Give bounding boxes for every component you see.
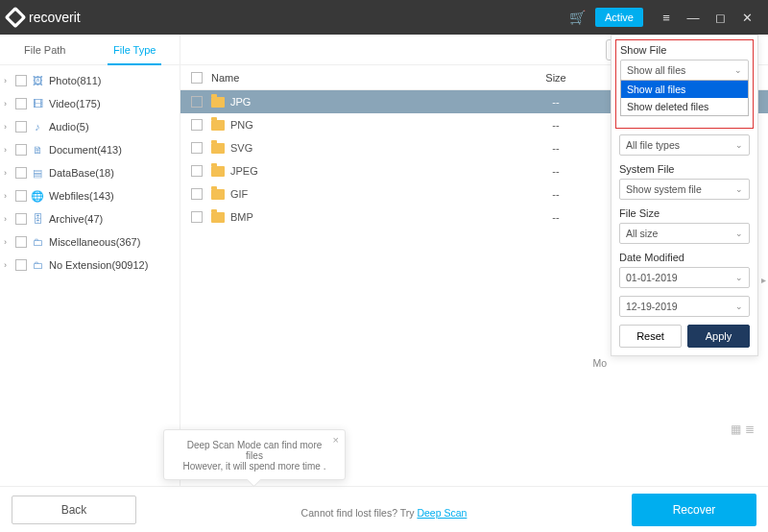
category-label: Webfiles(143) xyxy=(49,190,114,202)
recover-button[interactable]: Recover xyxy=(632,494,756,526)
sidebar: File Path File Type ›🖼Photo(811)›🎞Video(… xyxy=(0,35,180,486)
chevron-right-icon: › xyxy=(4,168,13,178)
file-type-select[interactable]: All file types⌄ xyxy=(619,134,750,156)
filter-panel: Show File Show all files⌄ Show all files… xyxy=(611,35,758,356)
sidebar-item[interactable]: ›🗄Archive(47) xyxy=(0,207,180,230)
row-size: -- xyxy=(522,165,589,177)
category-icon: 🗀 xyxy=(31,258,44,272)
grid-view-icon[interactable]: ▦ xyxy=(731,423,741,436)
row-name: JPEG xyxy=(230,165,258,177)
file-size-select[interactable]: All size⌄ xyxy=(619,223,750,244)
category-checkbox[interactable] xyxy=(15,259,27,271)
col-size[interactable]: Size xyxy=(522,72,589,84)
tab-file-path[interactable]: File Path xyxy=(0,35,90,64)
row-name: SVG xyxy=(230,142,252,154)
list-view-icon[interactable]: ≣ xyxy=(745,423,755,436)
show-file-label: Show File xyxy=(620,44,749,56)
row-size: -- xyxy=(522,119,589,131)
category-checkbox[interactable] xyxy=(15,167,27,179)
close-icon[interactable]: ✕ xyxy=(733,4,760,31)
highlight-box: Show File Show all files⌄ Show all files… xyxy=(615,39,754,129)
sidebar-item[interactable]: ›🎞Video(175) xyxy=(0,92,180,115)
category-icon: ♪ xyxy=(31,120,44,133)
menu-icon[interactable]: ≡ xyxy=(653,4,680,31)
cart-icon[interactable]: 🛒 xyxy=(569,10,586,25)
sidebar-item[interactable]: ›▤DataBase(18) xyxy=(0,161,180,184)
category-label: Archive(47) xyxy=(49,213,103,225)
category-label: Miscellaneous(367) xyxy=(49,236,140,248)
category-checkbox[interactable] xyxy=(15,144,27,156)
title-bar: recoverit 🛒 Active ≡ — ◻ ✕ xyxy=(0,0,768,35)
deep-scan-tooltip: × Deep Scan Mode can find more files How… xyxy=(163,429,346,480)
sidebar-item[interactable]: ›🗀Miscellaneous(367) xyxy=(0,230,180,254)
folder-icon xyxy=(211,166,225,177)
chevron-down-icon: ⌄ xyxy=(735,184,743,194)
row-size: -- xyxy=(522,211,589,223)
col-name[interactable]: Name xyxy=(211,72,522,84)
folder-icon xyxy=(211,212,225,223)
row-checkbox[interactable] xyxy=(191,188,203,200)
category-checkbox[interactable] xyxy=(15,121,27,133)
category-label: Photo(811) xyxy=(49,75,101,86)
minimize-icon[interactable]: — xyxy=(680,4,707,31)
reset-button[interactable]: Reset xyxy=(619,325,682,348)
sidebar-tabs: File Path File Type xyxy=(0,35,180,65)
chevron-down-icon: ⌄ xyxy=(735,229,743,238)
row-name: BMP xyxy=(230,211,253,223)
date-modified-label: Date Modified xyxy=(619,252,750,263)
apply-button[interactable]: Apply xyxy=(687,325,750,348)
lost-files-text: Cannot find lost files? Try Deep Scan xyxy=(301,507,468,519)
row-name: PNG xyxy=(230,119,253,131)
date-from-select[interactable]: 01-01-2019⌄ xyxy=(619,267,750,288)
show-file-dropdown: Show all files Show deleted files xyxy=(620,80,749,116)
sidebar-item[interactable]: ›🌐Webfiles(143) xyxy=(0,184,180,207)
category-checkbox[interactable] xyxy=(15,213,27,225)
chevron-down-icon: ⌄ xyxy=(735,302,743,311)
truncated-label: Mo xyxy=(592,357,607,369)
sidebar-item[interactable]: ›🗎Document(413) xyxy=(0,138,180,161)
show-file-select[interactable]: Show all files⌄ xyxy=(620,60,749,81)
category-label: DataBase(18) xyxy=(49,167,114,179)
sidebar-item[interactable]: ›♪Audio(5) xyxy=(0,115,180,138)
row-checkbox[interactable] xyxy=(191,119,203,131)
maximize-icon[interactable]: ◻ xyxy=(707,4,733,31)
option-show-all[interactable]: Show all files xyxy=(621,81,748,98)
sidebar-item[interactable]: ›🖼Photo(811) xyxy=(0,69,180,92)
row-name: GIF xyxy=(230,188,248,200)
category-icon: ▤ xyxy=(31,166,44,180)
active-button[interactable]: Active xyxy=(595,8,643,27)
back-button[interactable]: Back xyxy=(12,496,136,524)
chevron-right-icon: › xyxy=(4,191,13,201)
row-checkbox[interactable] xyxy=(191,96,203,108)
tooltip-close-icon[interactable]: × xyxy=(333,434,339,446)
system-file-select[interactable]: Show system file⌄ xyxy=(619,179,750,200)
option-show-deleted[interactable]: Show deleted files xyxy=(621,98,748,115)
brand-text: recoverit xyxy=(29,10,81,25)
date-to-select[interactable]: 12-19-2019⌄ xyxy=(619,296,750,317)
category-checkbox[interactable] xyxy=(15,98,27,109)
tab-file-type[interactable]: File Type xyxy=(90,35,180,64)
file-size-label: File Size xyxy=(619,207,750,219)
select-all-checkbox[interactable] xyxy=(191,72,203,84)
view-toggle: ▦ ≣ xyxy=(731,423,755,436)
tooltip-line2: However, it will spend more time . xyxy=(180,461,329,472)
folder-icon xyxy=(211,189,225,200)
app-logo: recoverit xyxy=(8,10,81,25)
row-checkbox[interactable] xyxy=(191,165,203,177)
category-checkbox[interactable] xyxy=(15,236,27,248)
footer: Back Cannot find lost files? Try Deep Sc… xyxy=(0,486,768,532)
category-label: Document(413) xyxy=(49,144,122,156)
chevron-right-icon: › xyxy=(4,145,13,155)
chevron-down-icon: ⌄ xyxy=(735,140,743,150)
chevron-right-icon: › xyxy=(4,122,13,132)
chevron-down-icon: ⌄ xyxy=(735,273,743,282)
row-size: -- xyxy=(522,96,589,108)
row-name: JPG xyxy=(230,96,251,108)
row-checkbox[interactable] xyxy=(191,142,203,154)
sidebar-item[interactable]: ›🗀No Extension(90912) xyxy=(0,254,180,277)
category-checkbox[interactable] xyxy=(15,190,27,202)
panel-toggle[interactable]: ▸ xyxy=(758,260,768,299)
deep-scan-link[interactable]: Deep Scan xyxy=(417,507,467,519)
category-checkbox[interactable] xyxy=(15,75,27,86)
row-checkbox[interactable] xyxy=(191,211,203,223)
